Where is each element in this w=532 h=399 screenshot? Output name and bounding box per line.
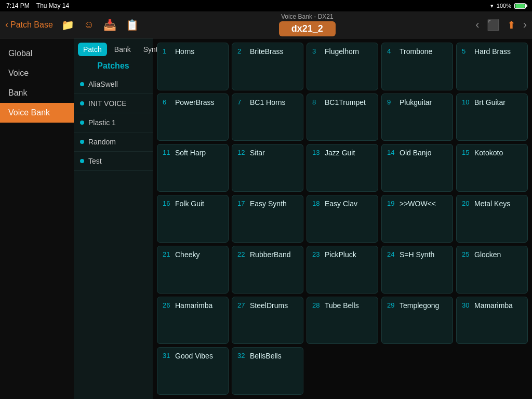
patch-cell[interactable]: 9Plukguitar	[381, 94, 453, 141]
patch-cell[interactable]: 24S=H Synth	[381, 246, 453, 294]
patch-cell[interactable]: 13Jazz Guit	[307, 144, 378, 192]
sidebar-item-global[interactable]: Global	[0, 44, 74, 63]
patch-cell[interactable]: 16Folk Guit	[157, 195, 229, 243]
patch-name: Plukguitar	[400, 98, 432, 107]
patch-number: 9	[387, 98, 396, 106]
patch-list-item[interactable]: INIT VOICE	[74, 94, 153, 113]
main-layout: Global Voice Bank Voice Bank Patch Bank …	[0, 38, 532, 399]
patch-number: 16	[163, 200, 172, 207]
patch-cell[interactable]: 22RubberBand	[232, 246, 303, 294]
files-icon[interactable]: 📋	[126, 19, 139, 31]
patch-number: 10	[462, 98, 471, 106]
patch-cell[interactable]: 14Old Banjo	[381, 144, 453, 192]
patch-list-item[interactable]: Plastic 1	[74, 113, 153, 132]
patch-cell[interactable]: 26Hamarimba	[157, 297, 229, 344]
nav-next-arrow[interactable]: ›	[523, 18, 527, 32]
patch-name: Folk Guit	[175, 200, 204, 208]
patch-number: 24	[387, 250, 396, 258]
voice-bank-label: Voice Bank - DX21	[281, 13, 334, 20]
patch-number: 18	[312, 200, 322, 207]
patch-cell[interactable]: 25Glocken	[456, 246, 528, 294]
patch-cell[interactable]: 30Mamarimba	[456, 297, 528, 344]
sidebar: Global Voice Bank Voice Bank	[0, 38, 74, 399]
patch-name: Glocken	[474, 250, 501, 259]
patch-name: Tube Bells	[325, 301, 359, 310]
patch-cell[interactable]: 31Good Vibes	[157, 347, 229, 395]
patch-list-item[interactable]: Random	[74, 132, 153, 152]
patch-cell[interactable]: 12Sitar	[232, 144, 303, 192]
patch-cell[interactable]: 18Easy Clav	[307, 195, 378, 243]
patch-cell[interactable]: 23PickPluck	[307, 246, 378, 294]
patch-cell[interactable]: 1Horns	[157, 43, 229, 90]
patch-cell[interactable]: 27SteelDrums	[232, 297, 303, 344]
sidebar-item-voice-bank[interactable]: Voice Bank	[0, 103, 74, 123]
patch-number: 22	[237, 250, 247, 258]
patch-cell[interactable]: 8BC1Trumpet	[307, 94, 378, 141]
patch-list-item[interactable]: AliaSwell	[74, 75, 153, 94]
patch-cell[interactable]: 21Cheeky	[157, 246, 229, 294]
patch-cell[interactable]: 7BC1 Horns	[232, 94, 303, 141]
top-nav-icons: 📁 ☺ 📥 📋	[61, 19, 139, 31]
patch-cell[interactable]: 20Metal Keys	[456, 195, 528, 243]
sidebar-item-bank[interactable]: Bank	[0, 83, 74, 103]
patch-number: 7	[237, 98, 247, 106]
back-button[interactable]: ‹ Patch Base	[5, 19, 53, 30]
export-icon[interactable]: ⬆	[507, 19, 516, 31]
voice-bank-header: Voice Bank - DX21 dx21_2	[139, 13, 475, 36]
patch-number: 13	[312, 149, 322, 156]
patch-cell[interactable]: 29Templegong	[381, 297, 453, 344]
patch-number: 2	[237, 47, 247, 55]
patch-cell[interactable]: 2BriteBrass	[232, 43, 303, 90]
patch-cell[interactable]: 4Trombone	[381, 43, 453, 90]
patch-number: 6	[163, 98, 172, 106]
patch-name: Flugelhorn	[325, 47, 359, 56]
folder-icon[interactable]: 📁	[61, 19, 74, 31]
face-icon[interactable]: ☺	[84, 19, 94, 31]
patch-cell[interactable]: 19>>WOW<<	[381, 195, 453, 243]
nav-prev-arrow[interactable]: ‹	[475, 18, 479, 32]
patch-name: BC1 Horns	[250, 98, 285, 107]
tab-patch[interactable]: Patch	[78, 43, 107, 56]
patch-number: 19	[387, 200, 396, 207]
dot-icon	[80, 101, 84, 105]
status-bar: 7:14 PM Thu May 14 ▾ 100%	[0, 0, 532, 11]
patch-name: Sitar	[250, 149, 265, 157]
share-icon[interactable]: ⬛	[487, 19, 500, 31]
patch-tabs: Patch Bank Synth	[74, 38, 153, 56]
patch-cell[interactable]: 32BellsBells	[232, 347, 303, 395]
status-time-date: 7:14 PM Thu May 14	[6, 2, 69, 9]
sidebar-item-voice[interactable]: Voice	[0, 63, 74, 83]
grid-panel: 1Horns2BriteBrass3Flugelhorn4Trombone5Ha…	[153, 38, 532, 399]
battery-icon	[514, 3, 526, 9]
patch-cell[interactable]: 15Kotokoto	[456, 144, 528, 192]
patches-title: Patches	[74, 56, 153, 75]
status-date: Thu May 14	[36, 2, 69, 9]
patch-cell[interactable]: 6PowerBrass	[157, 94, 229, 141]
patch-number: 28	[312, 301, 322, 309]
patch-name: Kotokoto	[474, 149, 503, 157]
patch-number: 25	[462, 250, 471, 258]
patch-cell[interactable]: 17Easy Synth	[232, 195, 303, 243]
top-nav-right: ‹ ⬛ ⬆ ›	[475, 18, 527, 32]
patch-cell[interactable]: 28Tube Bells	[307, 297, 378, 344]
back-label: Patch Base	[10, 20, 53, 30]
dot-icon	[80, 159, 84, 163]
patch-cell[interactable]: 10Brt Guitar	[456, 94, 528, 141]
patch-cell[interactable]: 11Soft Harp	[157, 144, 229, 192]
patch-number: 15	[462, 149, 471, 156]
patch-name: BriteBrass	[250, 47, 284, 56]
patch-cell[interactable]: 3Flugelhorn	[307, 43, 378, 90]
patch-cell[interactable]: 5Hard Brass	[456, 43, 528, 90]
patch-name: PowerBrass	[175, 98, 214, 107]
patch-name: Easy Synth	[250, 200, 287, 208]
voice-bank-name[interactable]: dx21_2	[279, 21, 336, 36]
patch-number: 21	[163, 250, 172, 258]
wifi-icon: ▾	[490, 3, 494, 9]
patch-list-item[interactable]: Test	[74, 152, 153, 171]
patch-number: 27	[237, 301, 247, 309]
dot-icon	[80, 82, 84, 86]
patch-name: Hard Brass	[474, 47, 511, 56]
inbox-icon[interactable]: 📥	[103, 19, 116, 31]
tab-bank[interactable]: Bank	[109, 43, 136, 56]
status-right: ▾ 100%	[490, 3, 526, 9]
